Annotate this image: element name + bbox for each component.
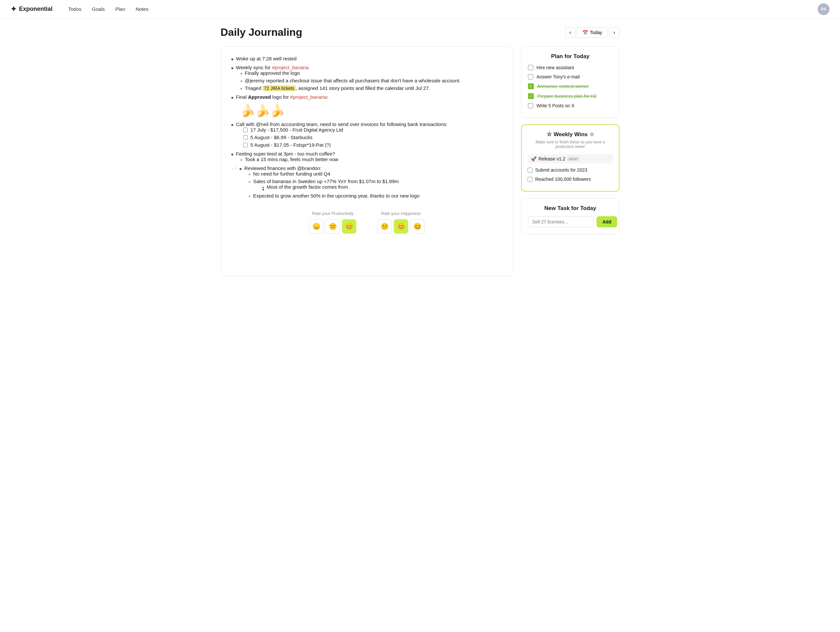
- logo[interactable]: ✦ Exponential: [11, 5, 52, 13]
- nav-links: Todos Goals Plan Notes: [68, 6, 818, 12]
- plan-card: Plan for Today Hire new assistant Answer…: [521, 46, 619, 118]
- weekly-wins-title: Weekly Wins: [554, 131, 587, 138]
- list-item: Weekly sync for #project_banana Finally …: [231, 65, 502, 91]
- plan-checkbox-1[interactable]: [528, 65, 533, 70]
- journal-list: Woke up at 7:28 well rested Weekly sync …: [231, 56, 502, 100]
- win-text-3: Reached 100,000 followers: [535, 177, 591, 182]
- nav-link-notes[interactable]: Notes: [136, 6, 148, 12]
- invoice-checkbox-1[interactable]: [243, 128, 248, 132]
- logo-icon: ✦: [11, 5, 16, 13]
- nav-link-goals[interactable]: Goals: [92, 6, 105, 12]
- productivity-emoji-3[interactable]: 😊: [342, 219, 356, 234]
- sub-sub-list: ▪ Most of the growth factor comes from: [262, 184, 399, 190]
- journal-sub-sub-text: Most of the growth factor comes from: [267, 184, 348, 190]
- list-item: Expected to grow another 50% in the upco…: [249, 193, 502, 199]
- productivity-emoji-2[interactable]: 😕: [325, 219, 340, 234]
- banana-emoji: 🍌🍌🍌: [240, 104, 502, 117]
- wins-list: 🚀 Release v1.2 done! Submit accounts for…: [527, 154, 613, 182]
- page-header: Daily Journaling ‹ 📅 Today ›: [221, 26, 619, 38]
- invoice-item: 5 August - $6.99 - Starbucks: [243, 134, 502, 140]
- invoice-list: 17 July - $17,500 - Fruit Digital Agency…: [243, 127, 502, 148]
- new-task-row: Add: [528, 216, 613, 228]
- happiness-label: Rate your Happiness: [381, 211, 421, 216]
- journal-sub-text: Expected to grow another 50% in the upco…: [253, 193, 419, 199]
- invoice-checkbox-2[interactable]: [243, 135, 248, 140]
- page-title: Daily Journaling: [221, 26, 302, 38]
- win-checkbox-3[interactable]: [527, 177, 532, 182]
- happiness-rating: Rate your Happiness 😕 😊 😊: [377, 211, 425, 234]
- journal-text: Weekly sync for #project_banana: [236, 65, 309, 70]
- rating-section: Rate your Productivity 😞 😕 😊 Rate your H…: [231, 211, 502, 234]
- prev-date-button[interactable]: ‹: [565, 27, 576, 38]
- journal-sub-text: Triaged 72 JIRA tickets, assigned 141 st…: [245, 85, 430, 91]
- weekly-wins-card: ☆ Weekly Wins ⊕ Make sure to finish thes…: [521, 124, 619, 192]
- happiness-emoji-2[interactable]: 😊: [394, 219, 408, 234]
- happiness-emoji-row: 😕 😊 😊: [377, 219, 425, 234]
- drag-handle-icon: + ⠿: [231, 167, 237, 171]
- win-checkbox-2[interactable]: [527, 167, 532, 172]
- list-item: Took a 15 mins nap, feels much better no…: [240, 156, 502, 162]
- happiness-emoji-3[interactable]: 😊: [410, 219, 425, 234]
- star-icon: ☆: [547, 131, 551, 138]
- plan-list: Hire new assistant Answer Tony's e-mail …: [528, 65, 613, 108]
- avatar[interactable]: PA: [818, 3, 829, 15]
- list-item: + ⠿ Reviewed finances with @brandon: No …: [231, 165, 502, 201]
- project-tag: #project_banana: [290, 94, 327, 100]
- navbar: ✦ Exponential Todos Goals Plan Notes PA: [0, 0, 840, 18]
- today-label: Today: [590, 30, 602, 35]
- plan-item-3: ✓ Announce contest winner: [528, 83, 613, 89]
- journal-sub-text: Sales of bananas in Sweden up +77% YoY f…: [253, 179, 399, 184]
- next-date-button[interactable]: ›: [609, 27, 619, 38]
- today-button[interactable]: 📅 Today: [577, 27, 608, 38]
- plan-item-4: ✓ Prepare business plan for H2: [528, 93, 613, 99]
- nav-link-todos[interactable]: Todos: [68, 6, 81, 12]
- plan-item-text: Write 5 Posts on X: [537, 103, 575, 108]
- productivity-label: Rate your Productivity: [312, 211, 354, 216]
- plan-item-1: Hire new assistant: [528, 65, 613, 70]
- happiness-emoji-1[interactable]: 😕: [377, 219, 392, 234]
- win-item-release: 🚀 Release v1.2 done!: [527, 154, 613, 163]
- weekly-wins-header: ☆ Weekly Wins ⊕: [527, 131, 613, 138]
- rocket-icon: 🚀: [531, 156, 537, 161]
- list-item: Final Approved logo for #project_banana:: [231, 94, 502, 100]
- productivity-emoji-row: 😞 😕 😊: [309, 219, 356, 234]
- journal-sub-text: @jeremy reported a checkout issue that a…: [245, 78, 460, 83]
- list-item: Call with @neil from accounting team, ne…: [231, 122, 502, 148]
- plan-item-5: Write 5 Posts on X: [528, 103, 613, 108]
- check-icon-3: ✓: [528, 83, 534, 89]
- invoice-item: 17 July - $17,500 - Fruit Digital Agency…: [243, 127, 502, 133]
- sub-list: Took a 15 mins nap, feels much better no…: [240, 156, 502, 162]
- journal-text: Woke up at 7:28 well rested: [236, 56, 297, 62]
- bold-text: Approved: [248, 94, 271, 100]
- new-task-title: New Task for Today: [528, 205, 613, 212]
- journal-text: Feeling super tired at 3pm - too much co…: [236, 151, 335, 156]
- project-tag: #project_banana: [272, 65, 309, 70]
- add-task-button[interactable]: Add: [597, 216, 617, 228]
- plan-checkbox-5[interactable]: [528, 103, 533, 108]
- journal-card: Woke up at 7:28 well rested Weekly sync …: [221, 46, 513, 276]
- invoice-checkbox-3[interactable]: [243, 143, 248, 147]
- journal-text: Reviewed finances with @brandon:: [244, 165, 321, 171]
- done-badge: done!: [567, 156, 580, 161]
- list-item: No need for further funding until Q4: [249, 171, 502, 177]
- release-text: Release v1.2: [538, 156, 565, 161]
- invoice-text: 17 July - $17,500 - Fruit Digital Agency…: [250, 127, 343, 133]
- list-item: Triaged 72 JIRA tickets, assigned 141 st…: [240, 85, 502, 91]
- productivity-emoji-1[interactable]: 😞: [309, 219, 324, 234]
- nav-link-plan[interactable]: Plan: [115, 6, 125, 12]
- sub-list: Finally approved the logo @jeremy report…: [240, 70, 502, 91]
- list-item: @jeremy reported a checkout issue that a…: [240, 78, 502, 83]
- new-task-input[interactable]: [528, 216, 594, 228]
- page: Daily Journaling ‹ 📅 Today › Woke up at …: [210, 18, 630, 284]
- list-item: Woke up at 7:28 well rested: [231, 56, 502, 62]
- plan-item-text: Announce contest winner: [537, 84, 589, 89]
- journal-list-2: Call with @neil from accounting team, ne…: [231, 122, 502, 201]
- list-item: ▪ Most of the growth factor comes from: [262, 184, 399, 190]
- list-item: Feeling super tired at 3pm - too much co…: [231, 151, 502, 162]
- add-win-button[interactable]: ⊕: [590, 131, 594, 137]
- plan-checkbox-2[interactable]: [528, 74, 533, 79]
- win-item-3: Reached 100,000 followers: [527, 177, 613, 182]
- new-task-card: New Task for Today Add: [521, 198, 619, 234]
- productivity-rating: Rate your Productivity 😞 😕 😊: [309, 211, 356, 234]
- invoice-text: 5 August - $17.05 - Fstspr*19-Pat (?): [250, 142, 331, 148]
